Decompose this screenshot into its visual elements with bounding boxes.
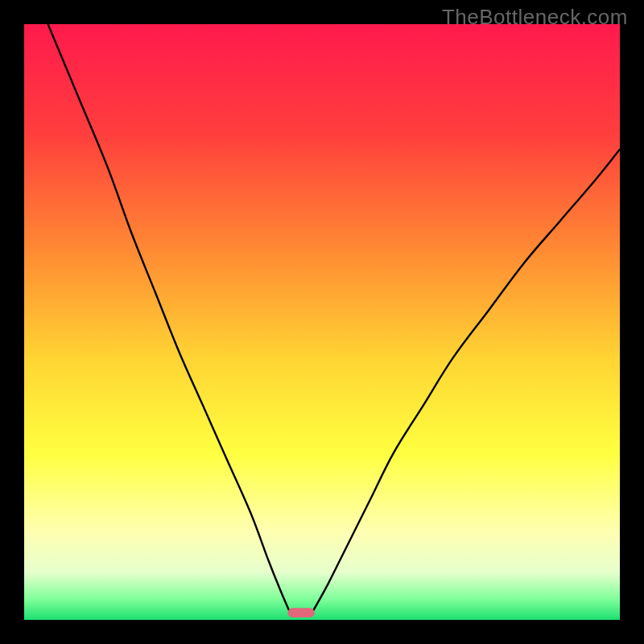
gradient-background — [24, 24, 620, 620]
bottleneck-chart — [24, 24, 620, 620]
minimum-marker — [287, 608, 314, 617]
chart-frame: TheBottleneck.com — [0, 0, 644, 644]
